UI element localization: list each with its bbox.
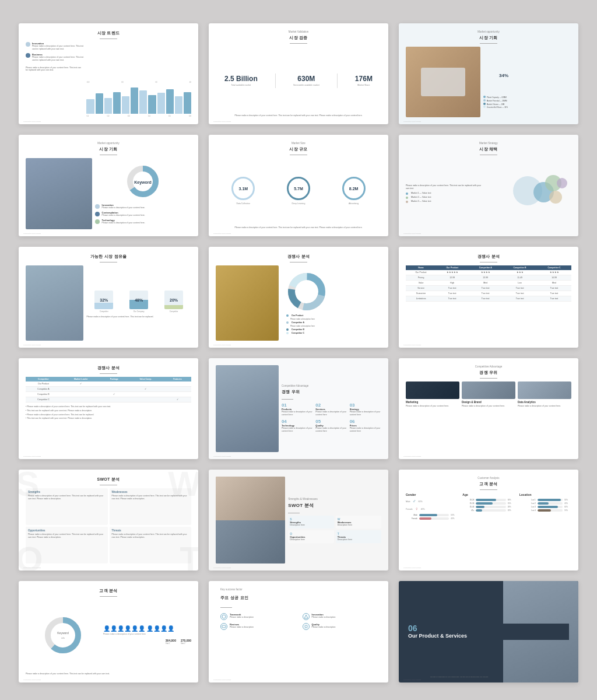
table-row: Pricing12.9913.9911.4914.99 <box>406 275 571 280</box>
bar-1 <box>86 99 94 114</box>
slide-14-subtitle: Strengths & Weaknesses <box>288 498 381 501</box>
icon-block-1: Innovation Please make a description of … <box>26 42 83 51</box>
slide-12-footer: Presentation slide template <box>403 456 421 457</box>
circle-ring-1: 3.1M <box>231 177 255 200</box>
slide-2: Market Validation 시장 검증 2.5 Billion Tota… <box>209 23 388 124</box>
swot-bg-o: O <box>19 539 43 570</box>
slide-1-footer: Presentation slide template <box>23 121 41 123</box>
slide-6-divider <box>480 155 497 155</box>
teamwork-icon <box>220 613 227 620</box>
slide-15-footer: Presentation slide template <box>403 567 421 569</box>
th-market: Market Leader <box>61 377 101 382</box>
svg-text:info: info <box>61 636 65 639</box>
icon-block-2: Business Please make a description of yo… <box>26 53 83 62</box>
slide-12: Competitive Advantage 경쟁 우위 Marketing Pl… <box>399 358 578 459</box>
metric-3: 176M Market Share <box>355 75 373 86</box>
svg-text:Keyword: Keyword <box>57 631 69 635</box>
bar-9 <box>157 93 165 114</box>
slide-11-subtitle: Competitive Advantage <box>282 384 381 387</box>
th-features: Features <box>164 377 191 382</box>
slide-12-subtitle: Competitive Advantage <box>406 365 571 368</box>
analysis-row-15: Gender Male ♂ 60% Female ♀ 40% Male 60% <box>406 493 571 564</box>
success-teamwork: TeamworkPlease make a description <box>220 613 300 620</box>
swot-grid-13: Strengths Please make a description of y… <box>26 488 191 564</box>
slide-5: Market Size 시장 규모 3.1M Data Collection 5… <box>209 135 388 236</box>
table-row: Competitor B✓ <box>26 391 191 397</box>
circle-icon-1 <box>26 42 30 47</box>
slide-8-donut <box>286 271 327 312</box>
slide-1-title: 시장 트렌드 <box>26 30 191 36</box>
slide-8-title: 경쟁사 분석 <box>216 254 381 260</box>
slide-4: Market opportunity 시장 기회 Keyword Innovat… <box>19 135 198 236</box>
slide-8-image <box>216 265 279 341</box>
th-name: Name <box>406 265 436 270</box>
swot-s-table: S Strengths Description here <box>288 516 333 528</box>
metric-divider-2 <box>337 74 338 88</box>
success-innovation: InnovationPlease make a description <box>303 613 382 620</box>
slide-9-table: Name Our Product Competitor A Competitor… <box>406 265 571 302</box>
slide-16-donut: Keyword info <box>26 600 100 670</box>
success-reviews: ReviewsPlease make a description <box>220 623 300 630</box>
th-compB: Competitor B <box>503 265 537 270</box>
slide-8-divider <box>290 262 307 262</box>
swot-o-table: O Opportunities Description here <box>288 530 333 543</box>
age-section: Age 18-2468% 25-3455% 35-4428% 45+20% <box>462 493 514 564</box>
slide-4-subtitle: Market opportunity <box>26 142 191 145</box>
slide-15-subtitle: Customer Analysis <box>406 477 571 480</box>
slide-2-divider <box>290 43 307 44</box>
reviews-icon <box>220 623 227 630</box>
slide-9-footer: Presentation slide template <box>403 344 421 346</box>
bar-3 <box>104 98 112 114</box>
slide-12-divider <box>480 378 497 379</box>
bar-5 <box>122 96 129 114</box>
slide-10-title: 경쟁사 분석 <box>26 365 191 371</box>
slide-16: 고객 분석 Keyword info 👤👤👤👤👤👤 👤👤👤👤 Ple <box>19 581 198 682</box>
slide-4-image <box>26 158 92 229</box>
slide-5-footer: Presentation slide template <box>213 233 231 235</box>
bar-10 <box>166 89 174 114</box>
slide-17-title: 주요 성공 요인 <box>220 595 381 601</box>
num-item-5: 05 Quality Please make a description of … <box>315 419 347 433</box>
svg-point-16 <box>222 615 226 618</box>
slide-13: S W O T SWOT 분석 Strengths Please make a … <box>19 470 198 570</box>
slide-8: 경쟁사 분석 Our Product Please make a descrip… <box>209 247 388 348</box>
th-package: Package <box>101 377 128 382</box>
slide-7-percent-row: 32% Competitor 48% Our Company <box>86 290 191 313</box>
slide-7-footer: Presentation slide template <box>23 344 41 346</box>
bar-12 <box>184 92 191 114</box>
slide-3-divider <box>480 43 497 44</box>
slide-18-number: 06 <box>408 624 569 633</box>
bar-6 <box>131 88 138 114</box>
slide-10-footer: Presentation slide template <box>23 456 41 457</box>
slide-17-footer: Presentation slide template <box>213 679 231 681</box>
slide-3: Market opportunity 시장 기회 34% Planet Capa… <box>399 23 578 124</box>
slide-14-title: SWOT 분석 <box>288 502 381 509</box>
slide-6-footer: Presentation slide template <box>403 233 421 235</box>
slide-6-title: 시장 채택 <box>406 146 571 152</box>
slide-17: Key success factor 주요 성공 요인 TeamworkPlea… <box>209 581 388 682</box>
slide-4-footer: Presentation slide template <box>23 233 41 235</box>
slide-9: 경쟁사 분석 Name Our Product Competitor A Com… <box>399 247 578 348</box>
slide-9-divider <box>480 262 497 262</box>
table-row: Competitor A✓ <box>26 386 191 391</box>
th-compC: Competitor C <box>537 265 571 270</box>
table-row: Our Product✓ <box>26 382 191 387</box>
slide-10-table: Competitor Market Leader Package Value C… <box>26 377 191 402</box>
slide-6-subtitle: Market Strategy <box>406 142 571 145</box>
bar-7 <box>139 90 147 114</box>
bar-4 <box>113 92 121 114</box>
success-quality: QualityPlease make a description <box>303 623 382 630</box>
circle-metric-3: 8.2M Advertising <box>342 177 366 205</box>
metric-2: 630M Serviceable available market <box>293 75 319 86</box>
slide-9-title: 경쟁사 분석 <box>406 254 571 260</box>
slide-5-divider <box>290 155 307 155</box>
slide-14: Strengths & Weaknesses SWOT 분석 S Strengt… <box>209 470 388 570</box>
slide-13-title: SWOT 분석 <box>26 477 191 482</box>
comp-col-1: Marketing Please make a description of y… <box>406 382 459 452</box>
svg-text:Keyword: Keyword <box>134 180 152 185</box>
swot-bg-t: T <box>180 539 198 570</box>
swot-bg-s: S <box>19 470 39 504</box>
metric-3-label: Market Share <box>355 84 373 86</box>
slide-4-title: 시장 기회 <box>26 146 191 152</box>
slide-10-divider <box>100 373 117 374</box>
